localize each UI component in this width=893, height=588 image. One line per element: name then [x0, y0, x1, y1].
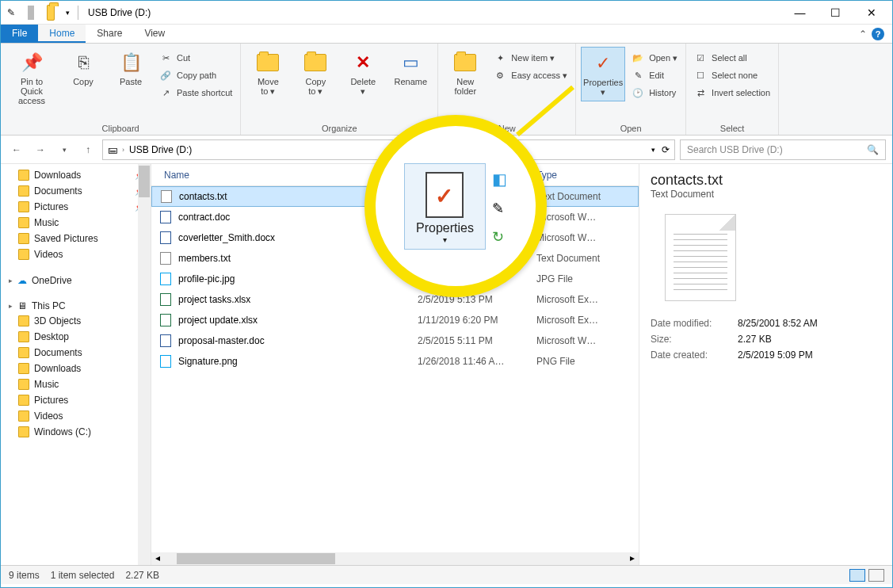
file-date: 2/5/2019 5:13 PM [418, 294, 536, 305]
recent-locations-button[interactable]: ▾ [55, 140, 74, 159]
sidebar-item-windows-c-[interactable]: Windows (C:) [1, 424, 151, 440]
callout-history-icon: ↻ [492, 228, 507, 246]
cut-button[interactable]: ✂Cut [156, 50, 235, 66]
easy-access-button[interactable]: ⚙Easy access ▾ [490, 67, 571, 83]
tab-view[interactable]: View [133, 25, 176, 43]
folder-icon [18, 395, 29, 406]
qat-folder-icon[interactable] [44, 6, 58, 20]
sidebar-item-videos[interactable]: Videos [1, 246, 151, 262]
close-button[interactable]: ✕ [853, 1, 889, 25]
folder-icon [18, 426, 29, 437]
properties-button[interactable]: ✓Properties ▾ [581, 47, 625, 101]
file-row[interactable]: project update.xlsx1/11/2019 6:20 PMMicr… [151, 310, 639, 330]
file-name: Signature.png [178, 356, 418, 367]
scissors-icon: ✂ [159, 52, 172, 64]
view-thumbnails-button[interactable] [868, 569, 884, 582]
back-button[interactable]: ← [7, 140, 26, 159]
move-to-button[interactable]: Move to ▾ [246, 47, 290, 100]
checkmark-doc-icon: ✓ [590, 51, 616, 76]
delete-button[interactable]: ✕Delete ▾ [341, 47, 385, 100]
pin-icon: 📌 [19, 50, 44, 75]
qat-dropdown-icon[interactable]: ▾ [63, 7, 73, 18]
history-icon: 🕑 [632, 86, 644, 99]
sidebar-item-documents[interactable]: Documents📌 [1, 183, 151, 199]
file-type: PNG File [536, 356, 632, 367]
copy-to-button[interactable]: Copy to ▾ [293, 47, 338, 100]
history-button[interactable]: 🕑History [628, 85, 681, 101]
copy-path-button[interactable]: 🔗Copy path [156, 67, 235, 83]
group-open-label: Open [581, 122, 681, 133]
file-type-icon [159, 252, 172, 265]
sidebar-item-documents[interactable]: Documents [1, 345, 151, 361]
select-none-icon: ☐ [694, 69, 707, 82]
invert-icon: ⇄ [694, 86, 707, 99]
folder-icon [18, 379, 29, 390]
invert-selection-button[interactable]: ⇄Invert selection [691, 85, 773, 101]
file-row[interactable]: project tasks.xlsx2/5/2019 5:13 PMMicros… [151, 289, 639, 310]
new-item-button[interactable]: ✦New item ▾ [490, 50, 571, 66]
sidebar-item-pictures[interactable]: Pictures [1, 392, 151, 408]
callout-magnifier: Properties ▾ ◧ ✎ ↻ [364, 115, 547, 297]
forward-button[interactable]: → [31, 140, 50, 159]
sidebar-item-pictures[interactable]: Pictures📌 [1, 199, 151, 215]
navigation-pane[interactable]: Downloads📌Documents📌Pictures📌MusicSaved … [1, 164, 151, 565]
ribbon-collapse-icon[interactable]: ⌃ [859, 29, 867, 40]
edit-button[interactable]: ✎Edit [628, 67, 681, 83]
sidebar-item-downloads[interactable]: Downloads📌 [1, 167, 151, 183]
maximize-button[interactable]: ☐ [818, 1, 853, 25]
file-type-icon [160, 190, 173, 203]
tab-file[interactable]: File [1, 25, 38, 43]
paste-button[interactable]: 📋Paste [109, 47, 153, 90]
callout-dropdown-icon: ▾ [443, 235, 447, 244]
ribbon-tabs: File Home Share View ⌃ ? [1, 25, 892, 44]
address-dropdown-icon[interactable]: ▾ [651, 146, 655, 154]
callout-open-icon: ◧ [492, 170, 507, 189]
file-row[interactable]: Signature.png1/26/2018 11:46 A…PNG File [151, 351, 639, 372]
pin-to-quick-access-button[interactable]: 📌Pin to Quick access [6, 47, 58, 109]
sidebar-item-videos[interactable]: Videos [1, 408, 151, 424]
file-type: JPG File [536, 273, 632, 284]
details-created: 2/5/2019 5:09 PM [738, 349, 813, 361]
refresh-button[interactable]: ⟳ [662, 144, 670, 155]
sidebar-item-desktop[interactable]: Desktop [1, 329, 151, 345]
tab-share[interactable]: Share [86, 25, 133, 43]
file-type: Microsoft Ex… [536, 294, 632, 305]
horizontal-scrollbar[interactable]: ◂▸ [151, 552, 639, 565]
rename-button[interactable]: ▭Rename [388, 47, 433, 90]
sidebar-item-downloads[interactable]: Downloads [1, 361, 151, 376]
minimize-button[interactable]: — [782, 1, 818, 25]
file-type-icon [159, 355, 172, 368]
new-folder-button[interactable]: New folder [443, 47, 487, 99]
file-preview-icon [665, 214, 736, 301]
details-size: 2.27 KB [738, 334, 772, 345]
sidebar-item-saved-pictures[interactable]: Saved Pictures [1, 231, 151, 246]
select-all-icon: ☑ [694, 52, 707, 64]
sidebar-item-music[interactable]: Music [1, 376, 151, 392]
status-selection: 1 item selected [51, 570, 115, 581]
sidebar-item-onedrive[interactable]: ☁OneDrive [1, 270, 151, 288]
folder-icon [18, 249, 29, 260]
search-input[interactable]: Search USB Drive (D:) 🔍 [680, 139, 886, 160]
up-button[interactable]: ↑ [78, 140, 97, 159]
details-filetype: Text Document [651, 189, 881, 200]
sidebar-item-3d-objects[interactable]: 3D Objects [1, 313, 151, 329]
qat-icon-1[interactable]: ✎ [4, 6, 18, 20]
sidebar-item-thispc[interactable]: 🖥This PC [1, 296, 151, 313]
easy-access-icon: ⚙ [494, 69, 506, 82]
column-type[interactable]: Type [532, 170, 627, 181]
help-icon[interactable]: ? [872, 28, 884, 40]
file-row[interactable]: proposal-master.doc2/5/2015 5:11 PMMicro… [151, 330, 639, 351]
view-details-button[interactable] [849, 569, 865, 582]
sidebar-item-music[interactable]: Music [1, 215, 151, 231]
open-button[interactable]: 📂Open ▾ [628, 50, 681, 66]
navpane-scrollbar[interactable] [138, 164, 151, 565]
select-none-button[interactable]: ☐Select none [691, 67, 773, 83]
breadcrumb[interactable]: USB Drive (D:) [129, 144, 192, 155]
new-item-icon: ✦ [494, 52, 506, 64]
copy-button[interactable]: ⎘Copy [61, 47, 105, 90]
select-all-button[interactable]: ☑Select all [691, 50, 773, 66]
tab-home[interactable]: Home [38, 25, 86, 43]
folder-icon [18, 170, 29, 181]
file-type-icon [159, 211, 172, 223]
paste-shortcut-button[interactable]: ↗Paste shortcut [156, 85, 235, 101]
